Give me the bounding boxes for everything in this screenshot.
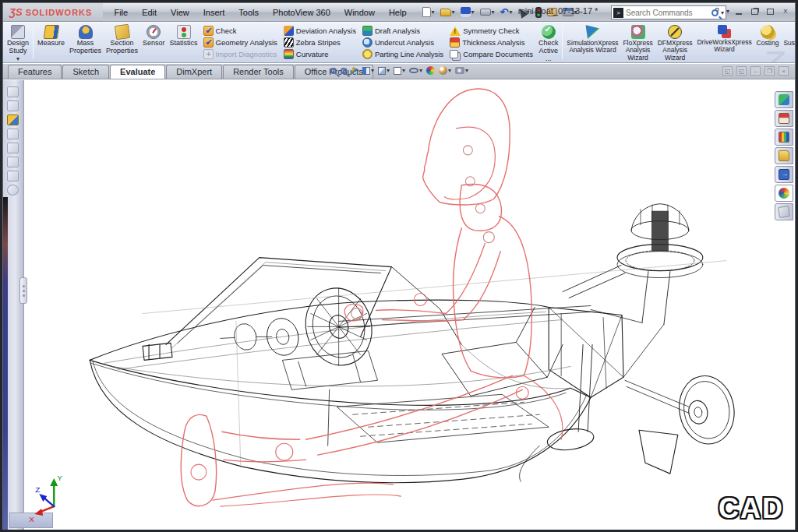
solidworks-resources-tab[interactable]: [775, 110, 793, 127]
tab-dimxpert[interactable]: DimXpert: [166, 65, 222, 79]
custom-properties-icon: [778, 206, 790, 218]
tree-item-8-icon[interactable]: [7, 185, 19, 196]
maximize-button[interactable]: [764, 5, 776, 17]
origin-triad: Y Z X: [29, 474, 62, 523]
symmetry-check-button[interactable]: Symmetry Check: [448, 26, 535, 36]
file-explorer-tab[interactable]: [775, 147, 793, 164]
menu-photoview-360[interactable]: PhotoView 360: [267, 6, 337, 19]
zoom-to-fit-button[interactable]: [330, 68, 337, 74]
search-commands-box[interactable]: > ▾: [611, 5, 726, 19]
menu-window[interactable]: Window: [338, 6, 381, 19]
menu-help[interactable]: Help: [383, 6, 413, 19]
display-style-button[interactable]: ▾: [394, 67, 405, 75]
measure-button[interactable]: Measure: [35, 23, 67, 62]
design-library-tab[interactable]: [775, 129, 793, 146]
import-diagnostics-button[interactable]: Import Diagnostics: [202, 49, 279, 59]
zoom-to-area-button[interactable]: [341, 68, 347, 74]
tab-evaluate[interactable]: Evaluate: [110, 65, 165, 79]
feature-tree-icon-strip: [3, 80, 23, 196]
view-orientation-button[interactable]: ▾: [378, 67, 390, 75]
doc-restore-button[interactable]: ❐: [764, 66, 775, 76]
deviation-analysis-icon: [284, 26, 294, 36]
driveworksxpress-icon: [718, 25, 727, 34]
thickness-analysis-button[interactable]: Thickness Analysis: [448, 37, 535, 48]
appearances-sphere-icon: [779, 188, 789, 199]
previous-view-button[interactable]: [351, 67, 358, 75]
view-settings-button[interactable]: ▾: [455, 67, 468, 74]
design-study-button[interactable]: Design Study ▾: [5, 23, 31, 62]
tree-item-open-icon[interactable]: [7, 115, 19, 125]
tree-item-2-icon[interactable]: [7, 100, 19, 111]
doc-window-button-2[interactable]: ◱: [736, 66, 747, 76]
section-view-button[interactable]: ▾: [362, 67, 374, 75]
menu-edit[interactable]: Edit: [136, 6, 163, 19]
open-icon: [440, 9, 451, 16]
menu-view[interactable]: View: [164, 6, 196, 19]
menu-file[interactable]: File: [108, 6, 134, 19]
mass-properties-button[interactable]: Mass Properties: [67, 23, 104, 62]
curvature-button[interactable]: Curvature: [282, 49, 358, 59]
home-icon: [779, 113, 789, 124]
parting-line-analysis-icon: [362, 49, 373, 59]
new-document-icon: [422, 7, 431, 17]
check-button[interactable]: Check: [202, 26, 279, 36]
tab-features[interactable]: Features: [8, 65, 62, 79]
solidworks-forum-tab[interactable]: [775, 91, 793, 108]
new-document-button[interactable]: ▾: [421, 6, 436, 18]
appearances-scenes-tab[interactable]: [775, 185, 793, 202]
sustainabilityxpress-button[interactable]: SustainabilityXpress: [781, 23, 795, 62]
heads-up-view-toolbar: ▾ ▾ ▾ ▾ ▾ ▾: [330, 66, 468, 75]
floxpress-wizard-button[interactable]: FloXpress Analysis Wizard: [620, 23, 655, 62]
deviation-analysis-button[interactable]: Deviation Analysis: [282, 26, 358, 36]
section-properties-button[interactable]: Section Properties: [104, 23, 140, 62]
hide-show-items-button[interactable]: ▾: [409, 67, 422, 74]
simulationxpress-wizard-button[interactable]: SimulationXpress Analysis Wizard: [564, 23, 620, 62]
menu-tools[interactable]: Tools: [232, 6, 265, 19]
tree-item-5-icon[interactable]: [7, 143, 19, 153]
statistics-button[interactable]: Statistics: [168, 23, 200, 62]
dfmxpress-wizard-button[interactable]: DFMXpress Analysis Wizard: [655, 23, 695, 62]
triad-x-label: X: [29, 515, 34, 523]
geometry-analysis-button[interactable]: Geometry Analysis: [202, 37, 279, 48]
toolbox-tab[interactable]: [775, 166, 793, 183]
tree-item-7-icon[interactable]: [7, 171, 19, 181]
tab-sketch[interactable]: Sketch: [62, 65, 109, 79]
doc-close-button[interactable]: ×: [779, 66, 789, 76]
apply-scene-button[interactable]: ▾: [439, 66, 451, 75]
compare-documents-button[interactable]: Compare Documents: [448, 49, 535, 59]
open-button[interactable]: ▾: [439, 8, 457, 17]
doc-window-button-1[interactable]: ◱: [722, 66, 733, 76]
minimize-button[interactable]: [733, 5, 745, 17]
tree-item-4-icon[interactable]: [7, 129, 19, 139]
close-button[interactable]: ×: [779, 5, 792, 17]
model-viewport[interactable]: Y Z X: [25, 80, 778, 530]
driveworksxpress-wizard-button[interactable]: DriveWorksXpress Wizard: [695, 23, 754, 62]
save-button[interactable]: ▾: [459, 6, 476, 18]
draft-analysis-button[interactable]: Draft Analysis: [361, 26, 445, 36]
parting-line-analysis-button[interactable]: Parting Line Analysis: [361, 49, 445, 59]
tree-item-1-icon[interactable]: [7, 86, 19, 97]
section-properties-icon: [114, 24, 129, 40]
tree-item-6-icon[interactable]: [7, 157, 19, 167]
apply-scene-icon: [439, 66, 447, 75]
undercut-analysis-button[interactable]: Undercut Analysis: [361, 37, 445, 48]
menu-insert[interactable]: Insert: [197, 6, 231, 19]
search-sw-icon: >: [613, 8, 623, 18]
triad-z-label: Z: [35, 485, 40, 494]
wireframe-model: Y Z X: [25, 80, 778, 530]
tab-render-tools[interactable]: Render Tools: [223, 65, 294, 79]
display-style-icon: [394, 67, 401, 75]
view-orientation-icon: [378, 67, 386, 75]
sensor-button[interactable]: Sensor: [140, 23, 168, 62]
custom-properties-tab[interactable]: [775, 203, 793, 220]
restore-button[interactable]: [748, 5, 761, 17]
edit-appearance-button[interactable]: [426, 66, 435, 75]
search-input[interactable]: [626, 9, 709, 17]
toolbox-icon: [779, 169, 789, 180]
costing-button[interactable]: Costing: [754, 23, 782, 62]
zebra-stripes-button[interactable]: Zebra Stripes: [282, 37, 358, 48]
menu-bar: File Edit View Insert Tools PhotoView 36…: [103, 6, 417, 19]
check-active-button[interactable]: Check Active ... ▾: [536, 23, 561, 62]
doc-minimize-button[interactable]: –: [750, 66, 761, 76]
help-button[interactable]: ?: [711, 5, 723, 17]
